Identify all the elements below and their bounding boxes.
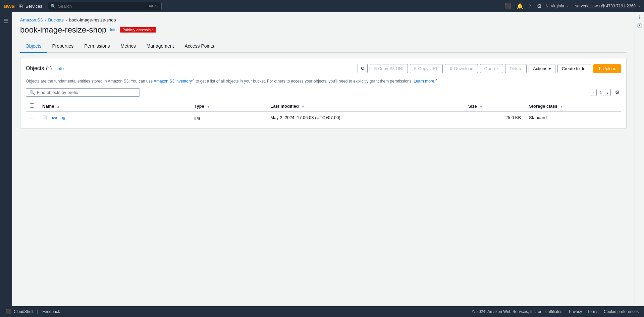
refresh-button[interactable]: ↻ <box>358 64 368 73</box>
row-storage-class: Standard <box>525 112 621 123</box>
objects-panel: Objects (1) Info ↻ ⎘ Copy S3 URI ⎘ Copy … <box>20 58 627 129</box>
objects-count: (1) <box>46 66 52 71</box>
breadcrumb: Amazon S3 › Buckets › book-image-resize-… <box>20 17 627 22</box>
search-input[interactable] <box>58 4 139 9</box>
page-title: book-image-resize-shop <box>20 25 106 35</box>
terms-link[interactable]: Terms <box>587 309 598 314</box>
region-selector[interactable]: N. Virginia <box>546 4 564 8</box>
cloudshell-label[interactable]: CloudShell <box>14 309 33 314</box>
objects-header: Objects (1) Info ↻ ⎘ Copy S3 URI ⎘ Copy … <box>26 64 621 73</box>
cloudshell-nav-icon[interactable]: ⬛ <box>503 2 513 11</box>
page-info-link[interactable]: Info <box>110 28 116 32</box>
row-size: 25.0 KB <box>464 112 525 123</box>
tab-permissions[interactable]: Permissions <box>79 40 115 53</box>
objects-description: Objects are the fundamental entities sto… <box>26 77 621 84</box>
download-icon: ⬇ <box>449 66 453 71</box>
search-box[interactable]: 🔍 <box>26 88 140 97</box>
upload-button[interactable]: ⬆ Upload <box>593 64 621 73</box>
cookie-preferences-link[interactable]: Cookie preferences <box>604 309 639 314</box>
delete-button[interactable]: Delete <box>505 64 527 73</box>
main-content: Amazon S3 › Buckets › book-image-resize-… <box>12 12 635 306</box>
copyright-text: © 2024, Amazon Web Services, Inc. or its… <box>472 309 564 314</box>
left-sidebar: ☰ <box>0 12 12 306</box>
copy-url-icon: ⎘ <box>414 66 417 71</box>
search-box-icon: 🔍 <box>30 90 35 95</box>
privacy-link[interactable]: Privacy <box>569 309 582 314</box>
open-button[interactable]: Open ↗ <box>480 64 503 73</box>
prefix-search-input[interactable] <box>37 90 134 95</box>
footer-divider: | <box>37 309 38 314</box>
select-all-checkbox[interactable] <box>30 103 34 108</box>
breadcrumb-buckets[interactable]: Buckets <box>48 17 64 22</box>
copy-s3-uri-button[interactable]: ⎘ Copy S3 URI <box>370 64 408 73</box>
col-header-size[interactable]: Size ▼ <box>464 101 525 112</box>
type-sort-icon: ▼ <box>207 105 210 108</box>
objects-title: Objects <box>26 65 44 71</box>
row-modified: May 2, 2024, 17:06:03 (UTC+07:00) <box>266 112 464 123</box>
feedback-label[interactable]: Feedback <box>42 309 60 314</box>
download-button[interactable]: ⬇ Download <box>445 64 478 73</box>
account-menu[interactable]: serverless-ws @ 4783-7191-2360 <box>575 4 636 8</box>
footer-right: © 2024, Amazon Web Services, Inc. or its… <box>472 309 639 314</box>
storage-sort-icon: ▼ <box>560 105 563 108</box>
tab-bar: Objects Properties Permissions Metrics M… <box>20 40 627 53</box>
tab-properties[interactable]: Properties <box>47 40 79 53</box>
public-badge: Publicly accessible <box>120 27 156 33</box>
actions-button[interactable]: Actions ▾ <box>529 64 555 73</box>
top-navigation: aws ⊞ Services 🔍 [Alt+S] ⬛ 🔔 ? ⚙ N. Virg… <box>0 0 644 12</box>
tab-objects[interactable]: Objects <box>20 40 47 53</box>
create-folder-button[interactable]: Create folder <box>557 64 591 73</box>
services-menu[interactable]: Services <box>25 4 42 9</box>
breadcrumb-s3[interactable]: Amazon S3 <box>20 17 43 22</box>
menu-toggle-icon[interactable]: ☰ <box>1 15 11 28</box>
objects-toolbar: ↻ ⎘ Copy S3 URI ⎘ Copy URL ⬇ Download O <box>358 64 621 73</box>
aws-logo: aws <box>4 3 14 10</box>
actions-chevron-icon: ▾ <box>549 66 551 71</box>
tab-metrics[interactable]: Metrics <box>115 40 141 53</box>
pagination-next[interactable]: › <box>605 89 611 96</box>
pagination-current: 1 <box>599 90 602 95</box>
inventory-link[interactable]: Amazon S3 inventory <box>154 79 192 84</box>
help-icon[interactable]: ? <box>527 2 533 10</box>
row-checkbox[interactable] <box>30 115 34 119</box>
modified-sort-icon: ▼ <box>301 105 305 108</box>
search-row: 🔍 ‹ 1 › ⚙ <box>26 88 621 97</box>
right-sidebar: ℹ 🕐 <box>635 12 644 306</box>
notifications-icon[interactable]: 🔔 <box>515 2 525 11</box>
copy-url-button[interactable]: ⎘ Copy URL <box>410 64 443 73</box>
settings-icon[interactable]: ⚙ <box>536 2 543 11</box>
grid-icon[interactable]: ⊞ <box>18 3 23 9</box>
cloudshell-footer-icon: ⬛ <box>5 309 11 314</box>
pagination-prev[interactable]: ‹ <box>591 89 597 96</box>
right-info-icon[interactable]: ℹ <box>639 15 640 20</box>
file-icon: 📄 <box>42 115 47 120</box>
learn-more-link[interactable]: Learn more <box>414 79 434 84</box>
name-sort-icon: ▲ <box>57 105 60 108</box>
open-external-icon: ↗ <box>496 67 499 70</box>
col-header-name[interactable]: Name ▲ <box>38 101 190 112</box>
tab-access-points[interactable]: Access Points <box>179 40 219 53</box>
page-title-row: book-image-resize-shop Info Publicly acc… <box>20 25 627 35</box>
table-row: 📄 aws.jpg jpg May 2, 2024, 17:06:03 (UTC… <box>26 112 621 123</box>
global-search-box[interactable]: 🔍 [Alt+S] <box>48 2 162 10</box>
col-header-storage[interactable]: Storage class ▼ <box>525 101 621 112</box>
file-link[interactable]: aws.jpg <box>51 115 65 120</box>
upload-icon: ⬆ <box>598 66 601 71</box>
right-clock-icon[interactable]: 🕐 <box>637 23 642 28</box>
footer: ⬛ CloudShell | Feedback © 2024, Amazon W… <box>0 306 644 317</box>
tab-management[interactable]: Management <box>141 40 179 53</box>
col-header-type[interactable]: Type ▼ <box>190 101 266 112</box>
breadcrumb-current: book-image-resize-shop <box>69 17 116 22</box>
objects-table: Name ▲ Type ▼ Last modified ▼ Size <box>26 101 621 123</box>
search-icon: 🔍 <box>51 4 56 9</box>
footer-left: ⬛ CloudShell | Feedback <box>5 309 60 314</box>
objects-info-link[interactable]: Info <box>56 66 64 71</box>
pagination-controls: ‹ 1 › ⚙ <box>591 89 621 96</box>
pagination-settings-icon[interactable]: ⚙ <box>613 89 621 96</box>
search-shortcut: [Alt+S] <box>148 4 159 8</box>
size-sort-icon: ▼ <box>479 105 483 108</box>
col-header-modified[interactable]: Last modified ▼ <box>266 101 464 112</box>
row-type: jpg <box>190 112 266 123</box>
copy-s3-uri-icon: ⎘ <box>374 66 377 71</box>
